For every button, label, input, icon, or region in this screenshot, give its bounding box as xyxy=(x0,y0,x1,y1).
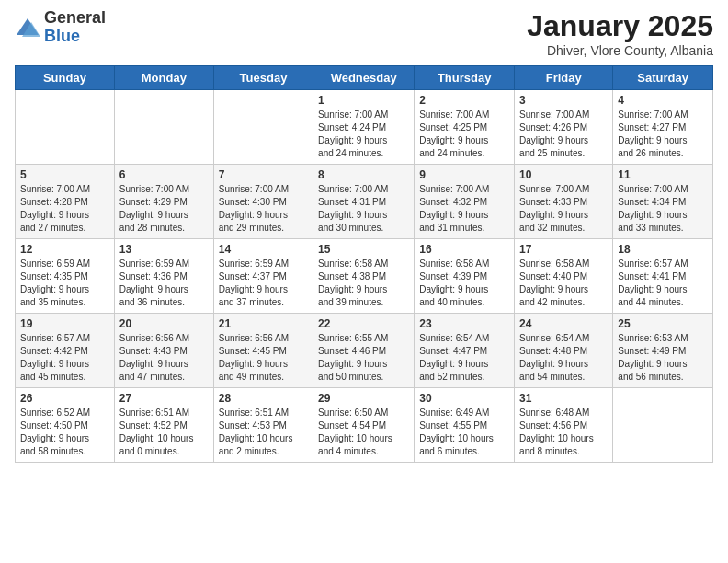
calendar-cell: 12Sunrise: 6:59 AM Sunset: 4:35 PM Dayli… xyxy=(16,239,115,314)
day-info: Sunrise: 6:58 AM Sunset: 4:40 PM Dayligh… xyxy=(519,258,608,309)
day-info: Sunrise: 6:52 AM Sunset: 4:50 PM Dayligh… xyxy=(20,407,109,458)
day-info: Sunrise: 6:56 AM Sunset: 4:43 PM Dayligh… xyxy=(119,332,209,384)
day-number: 8 xyxy=(318,168,409,181)
day-number: 22 xyxy=(318,317,409,330)
month-title: January 2025 xyxy=(527,9,713,43)
day-number: 13 xyxy=(119,243,209,256)
day-number: 4 xyxy=(618,94,708,107)
calendar-cell xyxy=(16,90,115,165)
weekday-thursday: Thursday xyxy=(415,66,515,90)
calendar-cell: 16Sunrise: 6:58 AM Sunset: 4:39 PM Dayli… xyxy=(415,239,515,314)
day-number: 23 xyxy=(419,317,509,330)
day-info: Sunrise: 6:59 AM Sunset: 4:37 PM Dayligh… xyxy=(219,258,308,309)
day-number: 14 xyxy=(219,243,308,256)
day-info: Sunrise: 6:48 AM Sunset: 4:56 PM Dayligh… xyxy=(519,407,608,458)
day-info: Sunrise: 7:00 AM Sunset: 4:31 PM Dayligh… xyxy=(318,183,409,235)
logo-text: General Blue xyxy=(44,9,106,46)
day-info: Sunrise: 6:51 AM Sunset: 4:52 PM Dayligh… xyxy=(119,407,209,458)
day-info: Sunrise: 7:00 AM Sunset: 4:29 PM Dayligh… xyxy=(119,183,209,235)
day-number: 16 xyxy=(419,243,509,256)
day-number: 30 xyxy=(419,392,509,405)
day-info: Sunrise: 6:57 AM Sunset: 4:42 PM Dayligh… xyxy=(20,332,109,384)
weekday-monday: Monday xyxy=(114,66,213,90)
day-info: Sunrise: 7:00 AM Sunset: 4:26 PM Dayligh… xyxy=(519,109,608,160)
day-number: 18 xyxy=(618,243,708,256)
calendar-cell: 7Sunrise: 7:00 AM Sunset: 4:30 PM Daylig… xyxy=(213,165,313,239)
calendar-cell xyxy=(613,388,713,463)
calendar-cell: 31Sunrise: 6:48 AM Sunset: 4:56 PM Dayli… xyxy=(515,388,613,463)
day-info: Sunrise: 7:00 AM Sunset: 4:24 PM Dayligh… xyxy=(318,109,409,160)
logo-blue: Blue xyxy=(44,28,106,46)
day-info: Sunrise: 6:58 AM Sunset: 4:39 PM Dayligh… xyxy=(419,258,509,309)
day-info: Sunrise: 6:58 AM Sunset: 4:38 PM Dayligh… xyxy=(318,258,409,309)
calendar-cell: 13Sunrise: 6:59 AM Sunset: 4:36 PM Dayli… xyxy=(114,239,213,314)
day-info: Sunrise: 6:50 AM Sunset: 4:54 PM Dayligh… xyxy=(318,407,409,458)
calendar-cell: 20Sunrise: 6:56 AM Sunset: 4:43 PM Dayli… xyxy=(114,314,213,388)
calendar: SundayMondayTuesdayWednesdayThursdayFrid… xyxy=(15,65,713,463)
calendar-cell: 24Sunrise: 6:54 AM Sunset: 4:48 PM Dayli… xyxy=(515,314,613,388)
calendar-cell: 2Sunrise: 7:00 AM Sunset: 4:25 PM Daylig… xyxy=(415,90,515,165)
day-info: Sunrise: 7:00 AM Sunset: 4:33 PM Dayligh… xyxy=(519,183,608,235)
header: General Blue January 2025 Dhiver, Vlore … xyxy=(15,9,713,58)
day-info: Sunrise: 7:00 AM Sunset: 4:28 PM Dayligh… xyxy=(20,183,109,235)
day-number: 27 xyxy=(119,392,209,405)
calendar-cell: 5Sunrise: 7:00 AM Sunset: 4:28 PM Daylig… xyxy=(16,165,115,239)
calendar-cell: 8Sunrise: 7:00 AM Sunset: 4:31 PM Daylig… xyxy=(313,165,415,239)
day-info: Sunrise: 7:00 AM Sunset: 4:30 PM Dayligh… xyxy=(219,183,308,235)
day-info: Sunrise: 7:00 AM Sunset: 4:27 PM Dayligh… xyxy=(618,109,708,160)
day-number: 6 xyxy=(119,168,209,181)
page: General Blue January 2025 Dhiver, Vlore … xyxy=(0,0,728,472)
day-number: 12 xyxy=(20,243,109,256)
calendar-cell: 17Sunrise: 6:58 AM Sunset: 4:40 PM Dayli… xyxy=(515,239,613,314)
week-row-4: 19Sunrise: 6:57 AM Sunset: 4:42 PM Dayli… xyxy=(16,314,713,388)
calendar-cell: 15Sunrise: 6:58 AM Sunset: 4:38 PM Dayli… xyxy=(313,239,415,314)
calendar-cell xyxy=(213,90,313,165)
day-number: 31 xyxy=(519,392,608,405)
calendar-cell: 25Sunrise: 6:53 AM Sunset: 4:49 PM Dayli… xyxy=(613,314,713,388)
day-number: 21 xyxy=(219,317,308,330)
day-info: Sunrise: 7:00 AM Sunset: 4:34 PM Dayligh… xyxy=(618,183,708,235)
calendar-cell: 28Sunrise: 6:51 AM Sunset: 4:53 PM Dayli… xyxy=(213,388,313,463)
day-number: 15 xyxy=(318,243,409,256)
day-number: 26 xyxy=(20,392,109,405)
day-number: 29 xyxy=(318,392,409,405)
day-number: 25 xyxy=(618,317,708,330)
weekday-sunday: Sunday xyxy=(16,66,115,90)
day-number: 7 xyxy=(219,168,308,181)
day-number: 17 xyxy=(519,243,608,256)
calendar-cell: 30Sunrise: 6:49 AM Sunset: 4:55 PM Dayli… xyxy=(415,388,515,463)
week-row-5: 26Sunrise: 6:52 AM Sunset: 4:50 PM Dayli… xyxy=(16,388,713,463)
calendar-cell: 10Sunrise: 7:00 AM Sunset: 4:33 PM Dayli… xyxy=(515,165,613,239)
title-section: January 2025 Dhiver, Vlore County, Alban… xyxy=(527,9,713,58)
day-info: Sunrise: 6:56 AM Sunset: 4:45 PM Dayligh… xyxy=(219,332,308,384)
day-number: 11 xyxy=(618,168,708,181)
logo: General Blue xyxy=(15,9,106,46)
day-info: Sunrise: 6:59 AM Sunset: 4:35 PM Dayligh… xyxy=(20,258,109,309)
calendar-cell: 4Sunrise: 7:00 AM Sunset: 4:27 PM Daylig… xyxy=(613,90,713,165)
calendar-cell: 14Sunrise: 6:59 AM Sunset: 4:37 PM Dayli… xyxy=(213,239,313,314)
day-number: 20 xyxy=(119,317,209,330)
calendar-cell: 23Sunrise: 6:54 AM Sunset: 4:47 PM Dayli… xyxy=(415,314,515,388)
logo-general: General xyxy=(44,9,106,28)
calendar-cell: 6Sunrise: 7:00 AM Sunset: 4:29 PM Daylig… xyxy=(114,165,213,239)
weekday-tuesday: Tuesday xyxy=(213,66,313,90)
day-number: 28 xyxy=(219,392,308,405)
day-info: Sunrise: 6:51 AM Sunset: 4:53 PM Dayligh… xyxy=(219,407,308,458)
calendar-cell: 21Sunrise: 6:56 AM Sunset: 4:45 PM Dayli… xyxy=(213,314,313,388)
day-info: Sunrise: 6:55 AM Sunset: 4:46 PM Dayligh… xyxy=(318,332,409,384)
calendar-cell: 9Sunrise: 7:00 AM Sunset: 4:32 PM Daylig… xyxy=(415,165,515,239)
day-info: Sunrise: 6:49 AM Sunset: 4:55 PM Dayligh… xyxy=(419,407,509,458)
weekday-friday: Friday xyxy=(515,66,613,90)
weekday-saturday: Saturday xyxy=(613,66,713,90)
calendar-cell: 26Sunrise: 6:52 AM Sunset: 4:50 PM Dayli… xyxy=(16,388,115,463)
calendar-cell: 27Sunrise: 6:51 AM Sunset: 4:52 PM Dayli… xyxy=(114,388,213,463)
calendar-cell: 1Sunrise: 7:00 AM Sunset: 4:24 PM Daylig… xyxy=(313,90,415,165)
day-number: 5 xyxy=(20,168,109,181)
day-number: 10 xyxy=(519,168,608,181)
calendar-cell: 3Sunrise: 7:00 AM Sunset: 4:26 PM Daylig… xyxy=(515,90,613,165)
calendar-cell: 29Sunrise: 6:50 AM Sunset: 4:54 PM Dayli… xyxy=(313,388,415,463)
day-info: Sunrise: 7:00 AM Sunset: 4:25 PM Dayligh… xyxy=(419,109,509,160)
day-info: Sunrise: 6:59 AM Sunset: 4:36 PM Dayligh… xyxy=(119,258,209,309)
week-row-1: 1Sunrise: 7:00 AM Sunset: 4:24 PM Daylig… xyxy=(16,90,713,165)
day-number: 3 xyxy=(519,94,608,107)
